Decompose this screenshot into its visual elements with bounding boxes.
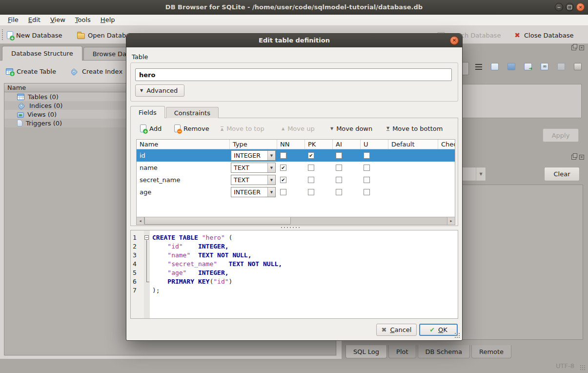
close-panel-icon[interactable] [579, 155, 584, 160]
grid-col-type[interactable]: Type [230, 140, 277, 149]
ai-checkbox[interactable] [336, 165, 342, 171]
tab-plot[interactable]: Plot [388, 345, 416, 358]
fields-toolbar-move-up: Move up [282, 123, 315, 134]
sql-token [152, 260, 167, 268]
grid-col-name[interactable]: Name [137, 140, 230, 149]
fields-toolbar-remove[interactable]: Remove [174, 123, 209, 134]
grid-col-pk[interactable]: PK [305, 140, 333, 149]
title-bar[interactable]: DB Browser for SQLite - /home/user/code/… [0, 0, 588, 15]
ok-button[interactable]: OK [419, 324, 458, 336]
pk-checkbox[interactable] [308, 189, 314, 195]
pk-checkbox[interactable] [308, 165, 314, 171]
u-checkbox[interactable] [364, 177, 370, 183]
field-row-age[interactable]: ageINTEGER [137, 186, 455, 198]
field-row-secret-name[interactable]: secret_nameTEXT [137, 174, 455, 186]
sql-code: "secret_name" TEXT NOT NULL, [150, 260, 282, 269]
sql-log-dock-controls [571, 155, 584, 160]
dialog-tab-bar: FieldsConstraints [130, 106, 220, 118]
toolbar-item-new-database[interactable]: New Database [7, 30, 62, 41]
button-create-table[interactable]: Create Table [6, 65, 56, 78]
ai-checkbox[interactable] [336, 177, 342, 183]
fields-toolbar-add[interactable]: Add [140, 123, 162, 134]
clear-button[interactable]: Clear [544, 167, 580, 181]
type-combo[interactable]: INTEGER [231, 150, 276, 161]
fields-toolbar-move-down[interactable]: Move down [330, 123, 372, 134]
pk-checkbox[interactable] [308, 177, 314, 183]
nn-checkbox[interactable] [280, 152, 286, 159]
table-name-input[interactable] [135, 68, 452, 81]
grid-col-ai[interactable]: AI [333, 140, 361, 149]
dialog-close-icon[interactable] [450, 36, 459, 45]
menu-item-edit[interactable]: Edit [23, 15, 45, 25]
close-panel-icon[interactable] [579, 45, 584, 50]
grid-col-u[interactable]: U [361, 140, 388, 149]
u-checkbox[interactable] [364, 152, 370, 159]
u-checkbox[interactable] [364, 189, 370, 195]
field-row-name[interactable]: nameTEXT [137, 162, 455, 174]
chevron-down-icon [267, 175, 275, 185]
pk-checkbox[interactable] [308, 152, 314, 159]
menu-item-help[interactable]: Help [96, 15, 120, 25]
tab-db-schema[interactable]: DB Schema [418, 345, 470, 358]
field-ai-cell [333, 149, 361, 162]
cancel-button[interactable]: Cancel [376, 324, 417, 336]
tab-constraints[interactable]: Constraints [166, 107, 219, 118]
sql-code: CREATE TABLE "hero" ( [150, 233, 232, 242]
scroll-right-icon[interactable]: ▸ [447, 217, 455, 225]
close-icon[interactable] [576, 3, 585, 11]
button-create-index[interactable]: Create Index [70, 65, 122, 78]
ai-checkbox[interactable] [336, 152, 342, 159]
sql-line: 5 "age" INTEGER, [131, 269, 458, 277]
advanced-button[interactable]: Advanced [135, 84, 184, 97]
float-panel-icon[interactable] [571, 45, 576, 50]
field-row-id[interactable]: idINTEGER [137, 149, 455, 162]
nn-checkbox[interactable] [280, 189, 286, 195]
tab-fields[interactable]: Fields [130, 106, 165, 118]
type-combo[interactable]: INTEGER [231, 187, 276, 197]
text-format-icon[interactable] [475, 64, 482, 70]
tab-remote[interactable]: Remote [471, 345, 511, 358]
menu-item-file[interactable]: File [3, 15, 23, 25]
toolbar-item-close-database[interactable]: Close Database [513, 30, 574, 41]
minimize-icon[interactable] [555, 3, 563, 11]
fold-collapse-icon[interactable] [144, 235, 149, 240]
scrollbar-thumb[interactable] [144, 217, 291, 225]
fields-toolbar-move-to-bottom[interactable]: Move to bottom [386, 123, 443, 134]
sql-line: 7); [131, 286, 458, 295]
maximize-icon[interactable] [566, 3, 574, 11]
export-data-icon[interactable] [507, 63, 515, 70]
sql-token: PRIMARY KEY [167, 278, 209, 285]
nn-checkbox[interactable] [280, 165, 286, 171]
nn-checkbox[interactable] [280, 177, 286, 183]
fold-margin-cell [144, 260, 150, 269]
print-icon[interactable] [574, 63, 582, 70]
menu-item-tools[interactable]: Tools [70, 15, 96, 25]
sql-preview[interactable]: 1CREATE TABLE "hero" (2 "id" INTEGER,3 "… [130, 230, 458, 319]
splitter-handle[interactable] [280, 227, 301, 229]
toolbar-gripper[interactable] [1, 29, 4, 41]
field-check [438, 186, 455, 198]
field-u-cell [361, 162, 388, 174]
chevron-down-icon [267, 151, 275, 160]
u-checkbox[interactable] [364, 165, 370, 171]
import-data-icon[interactable] [491, 63, 499, 70]
grid-col-check[interactable]: Check [438, 140, 455, 149]
type-combo[interactable]: TEXT [231, 175, 276, 185]
type-combo[interactable]: TEXT [231, 163, 276, 173]
menu-item-view[interactable]: View [45, 15, 70, 25]
open-in-editor-icon[interactable] [524, 63, 532, 70]
status-bar: UTF-8 [0, 359, 588, 373]
horizontal-scrollbar[interactable]: ◂ ▸ [137, 217, 455, 225]
sql-token: TEXT NOT NULL, [198, 251, 252, 259]
ai-checkbox[interactable] [336, 189, 342, 195]
float-panel-icon[interactable] [571, 155, 576, 160]
grid-col-nn[interactable]: NN [277, 140, 305, 149]
dialog-resize-grip[interactable] [454, 332, 461, 339]
resize-grip[interactable] [580, 365, 586, 371]
window-title: DB Browser for SQLite - /home/user/code/… [0, 0, 588, 15]
tab-database-structure[interactable]: Database Structure [2, 46, 82, 61]
link-icon[interactable] [541, 63, 548, 70]
tab-sql-log[interactable]: SQL Log [345, 345, 387, 358]
scroll-left-icon[interactable]: ◂ [137, 217, 144, 225]
grid-col-default[interactable]: Default [388, 140, 438, 149]
